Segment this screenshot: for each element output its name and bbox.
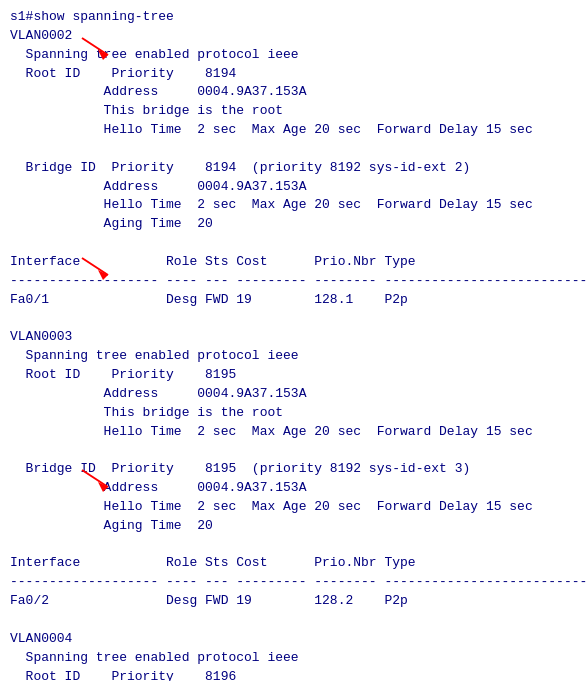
terminal-output: s1#show spanning-tree VLAN0002 Spanning … [10, 8, 576, 681]
